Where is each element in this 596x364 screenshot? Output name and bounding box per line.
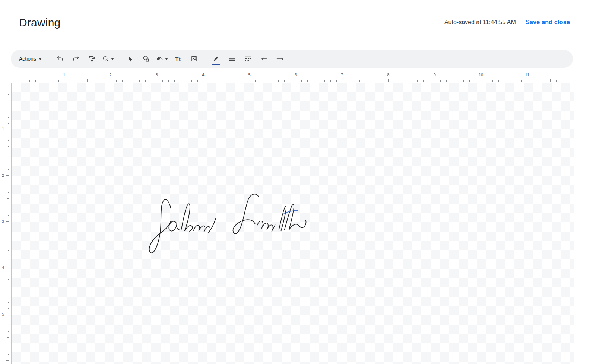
ruler-tick (7, 337, 9, 338)
ruler-tick (278, 80, 279, 82)
ruler-tick (180, 79, 180, 82)
line-color-button[interactable] (209, 52, 224, 66)
ruler-tick (7, 152, 9, 152)
signature-stroke[interactable] (169, 221, 179, 231)
ruler-tick (533, 80, 533, 82)
ruler-tick (388, 79, 389, 82)
drawing-canvas[interactable] (11, 83, 574, 364)
ruler-tick (7, 245, 9, 245)
line-weight-button[interactable] (225, 52, 240, 66)
ruler-tick (8, 343, 9, 343)
ruler-tick (8, 117, 9, 118)
undo-button[interactable] (53, 52, 67, 66)
ruler-tick (6, 175, 9, 176)
ruler-tick (371, 80, 371, 82)
ruler-tick (8, 331, 9, 332)
line-tool-button[interactable] (155, 52, 169, 66)
ruler-tick (24, 80, 24, 82)
ruler-tick (8, 192, 9, 193)
toolbar-divider (205, 54, 205, 64)
paint-format-button[interactable] (85, 52, 99, 66)
insert-image-icon (190, 55, 198, 63)
ruler-tick (87, 79, 88, 82)
ruler-tick (417, 80, 418, 82)
ruler-label: 3 (2, 219, 4, 224)
ruler-tick (406, 80, 406, 82)
ruler-label: 5 (2, 312, 4, 316)
ruler-label: 9 (434, 73, 436, 77)
line-start-button[interactable] (257, 52, 272, 66)
ruler-label: 6 (295, 73, 297, 77)
ruler-label: 2 (2, 173, 4, 178)
ruler-tick (134, 79, 134, 82)
line-end-button[interactable] (273, 52, 288, 66)
ruler-tick (226, 79, 226, 82)
shape-tool-button[interactable] (139, 52, 153, 66)
ruler-tick (400, 80, 400, 82)
ruler-tick (365, 79, 365, 82)
signature-drawing[interactable] (12, 83, 574, 364)
save-and-close-button[interactable]: Save and close (526, 19, 570, 26)
ruler-tick (157, 79, 157, 82)
ruler-tick (475, 80, 475, 82)
ruler-tick (8, 94, 9, 95)
ruler-tick (215, 80, 215, 82)
ruler-tick (8, 100, 9, 100)
horizontal-ruler: 1234567891011 (11, 72, 574, 83)
signature-stroke[interactable] (149, 199, 171, 253)
actions-menu-label: Actions (19, 56, 36, 62)
ruler-tick (8, 112, 9, 112)
ruler-tick (8, 239, 9, 239)
ruler-tick (244, 80, 244, 82)
line-color-indicator (212, 64, 220, 65)
ruler-tick (8, 158, 9, 158)
ruler-tick (8, 233, 9, 233)
ruler-tick (527, 79, 527, 82)
redo-button[interactable] (69, 52, 83, 66)
ruler-tick (7, 106, 9, 106)
ruler-tick (8, 146, 9, 147)
ruler-tick (6, 314, 9, 314)
ruler-tick (8, 169, 9, 170)
ruler-label: 8 (387, 73, 389, 77)
line-start-arrow-icon (260, 55, 268, 63)
signature-stroke[interactable] (285, 205, 306, 230)
text-box-button[interactable]: Tt (171, 52, 186, 66)
ruler-tick (8, 227, 9, 227)
ruler-tick (8, 250, 9, 251)
select-tool-button[interactable] (123, 52, 137, 66)
ruler-tick (394, 80, 394, 82)
ruler-tick (284, 80, 285, 82)
ruler-tick (446, 80, 447, 82)
insert-image-button[interactable] (187, 52, 202, 66)
ruler-tick (301, 80, 302, 82)
ruler-tick (76, 80, 76, 82)
ruler-tick (128, 80, 128, 82)
ruler-tick (452, 80, 452, 82)
ruler-tick (348, 80, 348, 82)
ruler-tick (111, 79, 111, 82)
signature-stroke[interactable] (181, 204, 193, 231)
ruler-label: 1 (63, 73, 65, 77)
ruler-tick (8, 302, 9, 303)
zoom-button[interactable] (101, 52, 115, 66)
ruler-tick (8, 215, 9, 216)
signature-stroke[interactable] (233, 194, 259, 234)
ruler-tick (47, 80, 47, 82)
ruler-tick (463, 80, 464, 82)
actions-menu-button[interactable]: Actions (15, 52, 45, 66)
ruler-tick (7, 198, 9, 199)
ruler-label: 1 (2, 127, 4, 131)
signature-stroke[interactable] (194, 219, 216, 233)
ruler-tick (8, 187, 9, 187)
ruler-tick (151, 80, 151, 82)
signature-stroke[interactable] (257, 221, 275, 231)
ruler-tick (296, 79, 296, 82)
line-dash-button[interactable] (241, 52, 256, 66)
ruler-label: 7 (341, 73, 343, 77)
ruler-tick (82, 80, 82, 82)
ruler-tick (481, 79, 481, 82)
undo-icon (56, 55, 64, 63)
ruler-tick (562, 80, 562, 82)
ruler-tick (435, 79, 435, 82)
